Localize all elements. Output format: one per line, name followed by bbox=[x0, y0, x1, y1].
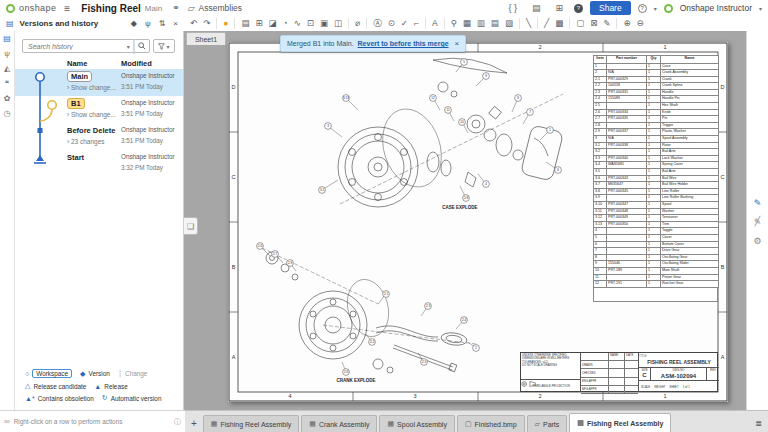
bom-table-icon[interactable]: ▥ bbox=[474, 19, 488, 28]
link-icon[interactable]: ⚭ bbox=[172, 4, 180, 13]
close-panel-icon[interactable]: × bbox=[171, 19, 180, 28]
rail-comment-icon[interactable]: ❝ bbox=[5, 80, 9, 88]
document-tab[interactable]: ▦Crank Assembly bbox=[301, 415, 377, 432]
notification-close-icon[interactable]: × bbox=[455, 39, 460, 48]
balloon[interactable]: 3.13 bbox=[343, 95, 358, 110]
show-changes-link[interactable]: › Show change... bbox=[67, 111, 116, 118]
balloon[interactable]: 12 bbox=[430, 95, 440, 110]
revert-merge-link[interactable]: Revert to before this merge bbox=[358, 40, 449, 47]
drawing-sheet[interactable]: 44332211DDCCBBAA bbox=[228, 42, 728, 402]
apps-icon[interactable]: ⊞ bbox=[555, 4, 563, 13]
balloon[interactable]: 2.1 bbox=[378, 291, 389, 304]
rail-appearance-icon[interactable]: ✿ bbox=[4, 95, 11, 103]
notes-icon[interactable]: ▤ bbox=[532, 4, 541, 13]
redo-icon[interactable]: ↷ bbox=[200, 19, 213, 28]
document-tab[interactable]: ▢Finished.bmp bbox=[457, 415, 525, 432]
panel-icon[interactable]: ▤ bbox=[4, 19, 16, 28]
search-input[interactable] bbox=[26, 42, 127, 51]
balloon[interactable]: 9 bbox=[476, 73, 489, 86]
detail-view-icon[interactable]: ◔ bbox=[280, 19, 291, 28]
add-sheet-icon[interactable]: ▢ bbox=[573, 19, 587, 28]
find-icon[interactable]: ⚲ bbox=[448, 19, 460, 28]
balloon[interactable]: 2.9 bbox=[287, 260, 296, 271]
crank-explode-view[interactable] bbox=[262, 248, 476, 373]
show-changes-link[interactable]: › 23 changes bbox=[67, 138, 105, 145]
document-tab[interactable]: ▦Fishing Reel Assembly bbox=[203, 415, 299, 432]
drawing-canvas[interactable]: Sheet1 Merged B1 into Main. Revert to be… bbox=[184, 31, 746, 410]
rail-history-icon[interactable]: ◷ bbox=[4, 110, 11, 118]
balloon[interactable]: 10 bbox=[459, 119, 468, 133]
info-icon[interactable]: ⓘ bbox=[174, 417, 181, 427]
sheet-tab[interactable]: Sheet1 bbox=[186, 32, 226, 45]
search-icon[interactable] bbox=[138, 42, 146, 50]
readonly-icon[interactable]: ✎ bbox=[754, 218, 762, 227]
balloon[interactable]: 2.4 bbox=[456, 317, 467, 329]
undo-icon[interactable]: ↶ bbox=[187, 19, 200, 28]
title-block[interactable]: UNLESS OTHERWISE SPECIFIED:DIMENSIONS AR… bbox=[520, 352, 718, 392]
note-icon[interactable]: A bbox=[429, 19, 441, 28]
balloon[interactable]: 2 bbox=[468, 342, 479, 351]
edit-drawing-icon[interactable]: ✎ bbox=[754, 199, 762, 208]
insert-view-icon[interactable]: ▤ bbox=[238, 19, 252, 28]
general-table-icon[interactable]: ▦ bbox=[460, 19, 474, 28]
compare-icon[interactable]: ⇅ bbox=[157, 19, 168, 28]
sketch-icon[interactable]: ✎ bbox=[600, 19, 613, 28]
rail-release-icon[interactable]: ◭ bbox=[4, 65, 10, 73]
rail-panel-icon[interactable]: ▤ bbox=[3, 35, 11, 43]
user-caret-icon[interactable]: ▾ bbox=[759, 5, 762, 12]
user-menu[interactable]: Onshape Instructor bbox=[680, 3, 752, 13]
document-menu-icon[interactable]: ≡ bbox=[64, 3, 74, 14]
case-explode-view[interactable] bbox=[338, 58, 564, 207]
balloon[interactable]: 7 bbox=[523, 109, 533, 124]
search-caret-icon[interactable]: ▾ bbox=[127, 43, 130, 50]
document-tab[interactable]: ▦Spool Assembly bbox=[379, 415, 454, 432]
balloon[interactable]: 2.3 bbox=[421, 303, 431, 316]
balloon[interactable]: 2.8 bbox=[460, 186, 469, 201]
balloon[interactable]: 2.2 bbox=[366, 334, 375, 345]
balloon[interactable]: 11 bbox=[445, 107, 454, 121]
create-branch-icon[interactable]: ψ bbox=[143, 19, 153, 28]
broken-view-icon[interactable]: ∿ bbox=[291, 19, 304, 28]
properties-icon[interactable]: ⚙ bbox=[753, 237, 761, 246]
balloon[interactable]: 1 bbox=[540, 127, 553, 140]
insert-image-icon[interactable]: ⊠ bbox=[587, 19, 600, 28]
auto-balloon-icon[interactable]: ⊙ bbox=[385, 19, 398, 28]
balloon[interactable]: 2.6 bbox=[257, 243, 270, 256]
share-button[interactable]: Share bbox=[590, 1, 631, 15]
help-caret-icon[interactable]: ▾ bbox=[654, 5, 657, 12]
search-box[interactable]: ▾ | bbox=[22, 39, 150, 53]
show-changes-link[interactable]: › Show change... bbox=[67, 84, 116, 91]
projected-view-icon[interactable]: ⊞ bbox=[252, 19, 265, 28]
bom-table[interactable]: ItemPart numberQtyName 11Case2N/A1Crank … bbox=[593, 55, 718, 302]
location-breadcrumb[interactable]: Assemblies bbox=[199, 3, 242, 13]
section-view-icon[interactable]: ◪ bbox=[266, 19, 280, 28]
document-tab[interactable]: ▱Parts bbox=[527, 415, 568, 432]
dimension-icon[interactable]: ⌀ bbox=[352, 19, 363, 28]
panel-collapse-button[interactable]: ❏ bbox=[184, 217, 198, 235]
tab-overflow-icon[interactable]: ≣ bbox=[755, 419, 768, 432]
hatch-icon[interactable]: ▩ bbox=[552, 19, 566, 28]
check-icon[interactable]: ✓ bbox=[398, 19, 411, 28]
move-boundary-icon[interactable]: ▣ bbox=[317, 19, 331, 28]
hole-table-icon[interactable]: ▤ bbox=[488, 19, 502, 28]
ordinate-icon[interactable]: ⌐ bbox=[411, 19, 422, 28]
learning-center-icon[interactable]: ? bbox=[574, 4, 583, 13]
featurescript-icon[interactable]: { } bbox=[508, 4, 517, 13]
document-tab[interactable]: ▤Fishing Reel Assembly bbox=[569, 413, 671, 432]
crop-view-icon[interactable]: ⊡ bbox=[304, 19, 317, 28]
revision-table-icon[interactable]: ▨ bbox=[502, 19, 516, 28]
line-icon[interactable]: ╲ bbox=[523, 19, 534, 28]
create-version-icon[interactable]: ◆ bbox=[129, 19, 139, 28]
centerline-icon[interactable]: ╱ bbox=[541, 19, 552, 28]
show-hidden-edges-icon[interactable]: ◫ bbox=[331, 19, 345, 28]
balloon[interactable]: 5 bbox=[456, 59, 467, 72]
balloon[interactable]: 2.8 bbox=[342, 362, 349, 375]
filter-button[interactable]: ▾ bbox=[153, 39, 175, 53]
balloon[interactable]: 3 bbox=[325, 123, 342, 137]
add-tab-button[interactable]: + bbox=[187, 418, 203, 432]
help-icon[interactable]: ? bbox=[638, 4, 647, 13]
zoom-in-icon[interactable]: ⊕ bbox=[620, 19, 633, 28]
rail-versions-icon[interactable]: ψ bbox=[4, 50, 10, 58]
balloon[interactable]: 2.5 bbox=[418, 353, 427, 365]
balloon[interactable]: 8 bbox=[512, 95, 521, 112]
